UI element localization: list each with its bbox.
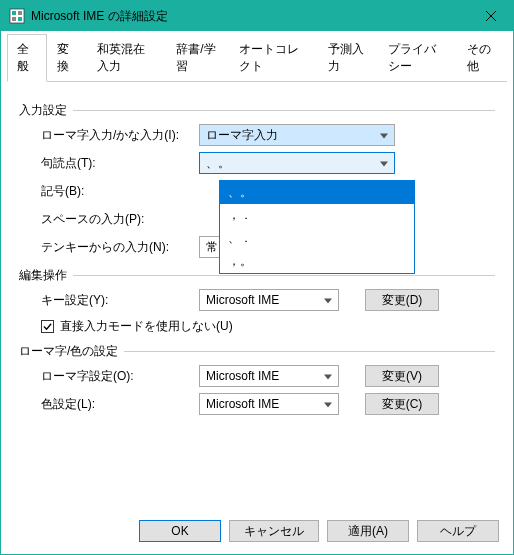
group-romaji-color: ローマ字/色の設定 bbox=[19, 343, 495, 360]
tab-general[interactable]: 全般 bbox=[7, 34, 47, 82]
tab-privacy[interactable]: プライバシー bbox=[378, 34, 458, 82]
close-icon bbox=[486, 11, 496, 21]
label-punctuation: 句読点(T): bbox=[19, 155, 199, 172]
ok-button[interactable]: OK bbox=[139, 520, 221, 542]
tab-mixed-input[interactable]: 和英混在入力 bbox=[87, 34, 167, 82]
help-button[interactable]: ヘルプ bbox=[417, 520, 499, 542]
tab-autocorrect[interactable]: オートコレクト bbox=[229, 34, 318, 82]
change-romaji-button[interactable]: 変更(V) bbox=[365, 365, 439, 387]
change-keyset-button[interactable]: 変更(D) bbox=[365, 289, 439, 311]
dropdown-option[interactable]: ，。 bbox=[220, 250, 414, 273]
tab-content: 入力設定 ローマ字入力/かな入力(I): ローマ字入力 句読点(T): 、。 、… bbox=[1, 82, 513, 508]
svg-rect-2 bbox=[18, 11, 22, 15]
label-direct-mode: 直接入力モードを使用しない(U) bbox=[60, 318, 233, 335]
app-icon bbox=[9, 8, 25, 24]
change-color-button[interactable]: 変更(C) bbox=[365, 393, 439, 415]
select-romaji-kana[interactable]: ローマ字入力 bbox=[199, 124, 395, 146]
label-color-settings: 色設定(L): bbox=[19, 396, 199, 413]
dialog-footer: OK キャンセル 適用(A) ヘルプ bbox=[1, 508, 513, 554]
label-symbols: 記号(B): bbox=[19, 183, 199, 200]
dropdown-option[interactable]: 、。 bbox=[220, 181, 414, 204]
dropdown-option[interactable]: ，． bbox=[220, 204, 414, 227]
apply-button[interactable]: 適用(A) bbox=[327, 520, 409, 542]
svg-rect-1 bbox=[12, 11, 16, 15]
tab-dictionary[interactable]: 辞書/学習 bbox=[166, 34, 228, 82]
label-romaji-settings: ローマ字設定(O): bbox=[19, 368, 199, 385]
label-romaji-kana: ローマ字入力/かな入力(I): bbox=[19, 127, 199, 144]
close-button[interactable] bbox=[468, 1, 513, 31]
select-punctuation[interactable]: 、。 bbox=[199, 152, 395, 174]
tab-conversion[interactable]: 変換 bbox=[47, 34, 87, 82]
dropdown-punctuation: 、。 ，． 、． ，。 bbox=[219, 180, 415, 274]
dropdown-option[interactable]: 、． bbox=[220, 227, 414, 250]
select-keyset[interactable]: Microsoft IME bbox=[199, 289, 339, 311]
cancel-button[interactable]: キャンセル bbox=[229, 520, 319, 542]
svg-rect-4 bbox=[18, 17, 22, 21]
checkbox-direct-mode[interactable] bbox=[41, 320, 54, 333]
label-keyset: キー設定(Y): bbox=[19, 292, 199, 309]
select-romaji-settings[interactable]: Microsoft IME bbox=[199, 365, 339, 387]
tab-bar: 全般 変換 和英混在入力 辞書/学習 オートコレクト 予測入力 プライバシー そ… bbox=[7, 33, 507, 82]
label-tenkey: テンキーからの入力(N): bbox=[19, 239, 199, 256]
group-input-settings: 入力設定 bbox=[19, 102, 495, 119]
window-title: Microsoft IME の詳細設定 bbox=[31, 8, 468, 25]
tab-prediction[interactable]: 予測入力 bbox=[318, 34, 378, 82]
select-color-settings[interactable]: Microsoft IME bbox=[199, 393, 339, 415]
tab-other[interactable]: その他 bbox=[457, 34, 507, 82]
titlebar: Microsoft IME の詳細設定 bbox=[1, 1, 513, 31]
settings-window: Microsoft IME の詳細設定 全般 変換 和英混在入力 辞書/学習 オ… bbox=[0, 0, 514, 555]
check-icon bbox=[43, 322, 52, 331]
label-space: スペースの入力(P): bbox=[19, 211, 199, 228]
svg-rect-3 bbox=[12, 17, 16, 21]
